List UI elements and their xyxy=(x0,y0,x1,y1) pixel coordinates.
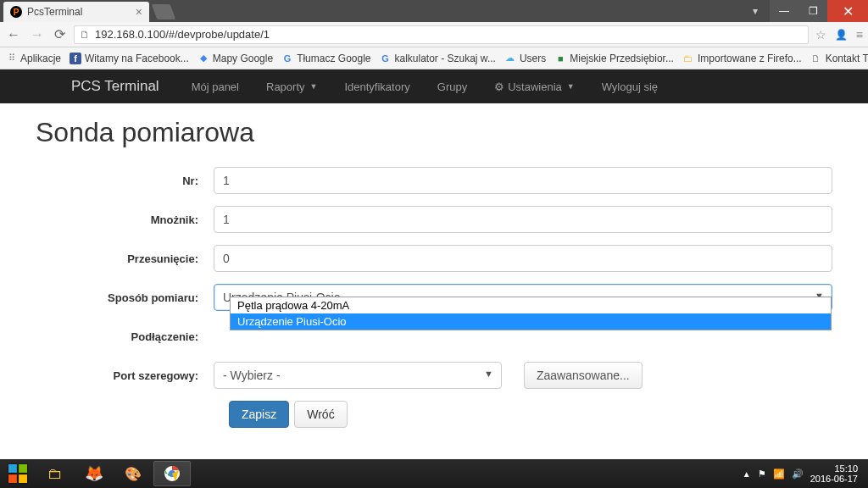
google-icon: G xyxy=(380,53,392,64)
nav-logout[interactable]: Wyloguj się xyxy=(590,72,670,102)
browser-tabstrip: P PcsTerminal × ▾ — ❐ ✕ xyxy=(0,0,868,22)
tab-close-icon[interactable]: × xyxy=(136,5,142,19)
bookmark-item[interactable]: fWitamy na Facebook... xyxy=(70,53,189,64)
nav-identifiers[interactable]: Identyfikatory xyxy=(332,72,421,102)
label-sposob: Sposób pomiaru: xyxy=(36,291,214,304)
folder-icon: 🗀 xyxy=(682,53,694,64)
nav-reports[interactable]: Raporty▼ xyxy=(254,72,329,102)
select-option[interactable]: Pętla prądowa 4-20mA xyxy=(231,297,831,313)
bookmarks-apps[interactable]: ⠿ Aplikacje xyxy=(5,53,61,64)
svg-rect-2 xyxy=(8,474,17,483)
maps-icon: ◆ xyxy=(198,53,209,64)
nav-settings[interactable]: ⚙Ustawienia▼ xyxy=(482,72,587,102)
back-button[interactable]: Wróć xyxy=(294,401,347,428)
bookmarks-bar: ⠿ Aplikacje fWitamy na Facebook... ◆Mapy… xyxy=(0,47,868,69)
browser-tab[interactable]: P PcsTerminal × xyxy=(3,2,149,22)
bookmark-item[interactable]: ◆Mapy Google xyxy=(198,53,273,64)
select-sposob-dropdown: Pętla prądowa 4-20mA Urządzenie Piusi-Oc… xyxy=(230,297,832,330)
input-nr[interactable] xyxy=(214,167,832,194)
bookmark-item[interactable]: ☁Users xyxy=(504,53,546,64)
tray-network-icon[interactable]: 📶 xyxy=(773,469,785,480)
label-mnoznik: Mnożnik: xyxy=(36,214,214,226)
user-icon[interactable]: 👤 xyxy=(835,29,848,41)
url-bar[interactable]: 🗋 192.168.0.100/#/devprobe/update/1 xyxy=(74,25,809,44)
taskbar-app-paint[interactable]: 🎨 xyxy=(114,461,152,486)
label-podlaczenie: Podłączenie: xyxy=(36,330,214,343)
facebook-icon: f xyxy=(70,53,81,64)
star-icon[interactable]: ☆ xyxy=(815,28,826,42)
taskbar-app-explorer[interactable]: 🗀 xyxy=(36,461,74,486)
svg-rect-3 xyxy=(19,474,27,483)
taskbar-app-chrome[interactable] xyxy=(153,461,191,486)
label-port: Port szeregowy: xyxy=(36,369,214,382)
label-nr: Nr: xyxy=(36,175,214,187)
caret-down-icon: ▼ xyxy=(567,82,575,91)
window-dropdown-icon[interactable]: ▾ xyxy=(741,0,770,22)
window-minimize-button[interactable]: — xyxy=(770,0,798,22)
window-controls: ▾ — ❐ ✕ xyxy=(741,0,868,22)
menu-icon[interactable]: ≡ xyxy=(856,28,863,42)
tab-title: PcsTerminal xyxy=(27,6,82,18)
start-button[interactable] xyxy=(0,459,36,488)
nav-groups[interactable]: Grupy xyxy=(426,72,479,102)
site-icon: ■ xyxy=(554,53,566,64)
input-mnoznik[interactable] xyxy=(214,206,832,233)
browser-toolbar: ← → ⟳ 🗋 192.168.0.100/#/devprobe/update/… xyxy=(0,22,868,47)
google-icon: G xyxy=(281,53,293,64)
input-przesuniecie[interactable] xyxy=(214,245,832,272)
nav-my-panel[interactable]: Mój panel xyxy=(180,72,251,102)
nav-forward-icon: → xyxy=(29,27,46,42)
select-port[interactable]: - Wybierz - ▼ xyxy=(214,362,502,389)
tray-action-center-icon[interactable]: ⚑ xyxy=(758,469,766,480)
cloud-icon: ☁ xyxy=(504,53,516,64)
taskbar: 🗀 🦊 🎨 ▲ ⚑ 📶 🔊 15:10 2016-06-17 xyxy=(0,459,868,488)
app-navbar: PCS Terminal Mój panel Raporty▼ Identyfi… xyxy=(0,69,868,103)
select-port-value: - Wybierz - xyxy=(214,362,502,389)
page-container: Sonda pomiarowa Nr: Mnożnik: Przesunięci… xyxy=(36,103,832,428)
gear-icon: ⚙ xyxy=(494,80,504,93)
bookmark-item[interactable]: GTłumacz Google xyxy=(281,53,370,64)
save-button[interactable]: Zapisz xyxy=(229,401,289,428)
nav-reload-icon[interactable]: ⟳ xyxy=(53,26,67,42)
bookmark-item[interactable]: Gkalkulator - Szukaj w... xyxy=(380,53,496,64)
file-icon: 🗋 xyxy=(810,53,822,64)
system-tray: ▲ ⚑ 📶 🔊 15:10 2016-06-17 xyxy=(743,463,863,484)
apps-icon: ⠿ xyxy=(5,53,17,64)
bookmark-item[interactable]: ■Miejskie Przedsiębior... xyxy=(554,53,674,64)
taskbar-clock[interactable]: 15:10 2016-06-17 xyxy=(810,463,858,484)
svg-rect-1 xyxy=(19,464,27,473)
advanced-button[interactable]: Zaawansowane... xyxy=(524,362,643,389)
new-tab-button[interactable] xyxy=(152,4,176,19)
url-text: 192.168.0.100/#/devprobe/update/1 xyxy=(95,28,270,41)
page-title: Sonda pomiarowa xyxy=(36,117,832,148)
brand[interactable]: PCS Terminal xyxy=(71,78,159,95)
select-option-selected[interactable]: Urządzenie Piusi-Ocio xyxy=(231,313,831,330)
page-icon: 🗋 xyxy=(80,29,90,41)
svg-rect-0 xyxy=(8,464,17,473)
bookmark-item[interactable]: 🗋Kontakt Trans Petro O... xyxy=(810,53,868,64)
nav-back-icon[interactable]: ← xyxy=(5,27,22,42)
tray-volume-icon[interactable]: 🔊 xyxy=(792,469,804,480)
tray-overflow-icon[interactable]: ▲ xyxy=(743,469,751,479)
label-przesuniecie: Przesunięcie: xyxy=(36,252,214,265)
tab-favicon: P xyxy=(10,6,22,18)
window-maximize-button[interactable]: ❐ xyxy=(798,0,827,22)
window-close-button[interactable]: ✕ xyxy=(827,0,868,22)
taskbar-app-firefox[interactable]: 🦊 xyxy=(75,461,113,486)
caret-down-icon: ▼ xyxy=(484,369,493,379)
bookmark-item[interactable]: 🗀Importowane z Firefo... xyxy=(682,53,802,64)
caret-down-icon: ▼ xyxy=(310,82,318,91)
